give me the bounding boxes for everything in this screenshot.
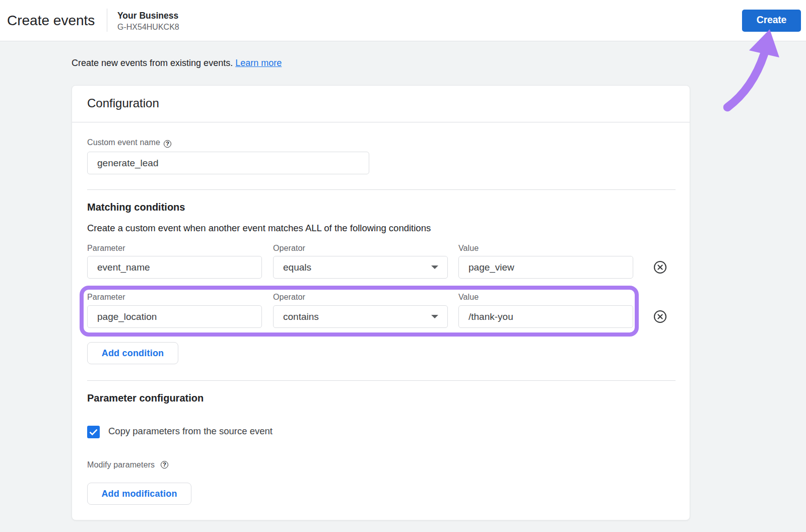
matching-conditions-description: Create a custom event when another event… <box>87 223 431 234</box>
property-name: Your Business <box>117 11 178 21</box>
operator-select-row2[interactable]: contains <box>273 305 448 328</box>
circle-x-icon <box>653 260 667 274</box>
operator-label-row1: Operator <box>273 244 448 253</box>
parameter-input-row1[interactable] <box>87 256 262 279</box>
add-condition-button[interactable]: Add condition <box>87 342 178 364</box>
matching-conditions-heading: Matching conditions <box>87 202 185 213</box>
remove-condition-row1-icon[interactable] <box>653 260 667 274</box>
property-id: G-HX54HUKCK8 <box>117 23 179 32</box>
remove-condition-row2-icon[interactable] <box>653 310 667 323</box>
dropdown-caret-icon <box>431 315 438 318</box>
create-button[interactable]: Create <box>742 10 801 32</box>
header-divider <box>107 9 107 32</box>
copy-parameters-label: Copy parameters from the source event <box>108 426 273 437</box>
parameter-input-row2[interactable] <box>87 305 262 328</box>
add-modification-button[interactable]: Add modification <box>87 483 191 505</box>
custom-event-name-label: Custom event name <box>87 138 160 147</box>
circle-x-icon <box>653 310 667 323</box>
card-title: Configuration <box>87 96 159 110</box>
page-title: Create events <box>7 13 95 29</box>
card-header-divider <box>72 122 690 122</box>
help-glyph: ? <box>166 141 169 147</box>
value-label-row1: Value <box>458 244 633 253</box>
help-icon[interactable]: ? <box>164 140 171 148</box>
intro-text: Create new events from existing events. … <box>72 58 282 69</box>
parameter-label-row1: Parameter <box>87 244 262 253</box>
help-icon[interactable]: ? <box>161 461 168 469</box>
copy-parameters-checkbox[interactable] <box>87 426 100 438</box>
section-divider-2 <box>87 380 676 381</box>
operator-value-row2: contains <box>283 311 319 322</box>
value-input-row1[interactable] <box>458 256 633 279</box>
section-divider-1 <box>87 189 676 190</box>
value-label-row2: Value <box>458 293 633 302</box>
modify-parameters-label: Modify parameters <box>87 460 155 470</box>
learn-more-link[interactable]: Learn more <box>235 58 282 68</box>
operator-label-row2: Operator <box>273 293 448 302</box>
checkmark-icon <box>87 426 100 438</box>
operator-value-row1: equals <box>283 262 311 273</box>
operator-select-row1[interactable]: equals <box>273 256 448 279</box>
value-input-row2[interactable] <box>458 305 633 328</box>
dropdown-caret-icon <box>431 265 438 269</box>
parameter-configuration-heading: Parameter configuration <box>87 392 204 404</box>
configuration-card: Configuration Custom event name ? Matchi… <box>72 85 690 520</box>
parameter-label-row2: Parameter <box>87 293 262 302</box>
help-glyph: ? <box>163 461 166 468</box>
intro-sentence: Create new events from existing events. <box>72 58 233 68</box>
app-header: Create events Your Business G-HX54HUKCK8… <box>0 0 806 41</box>
custom-event-name-input[interactable] <box>87 152 369 174</box>
